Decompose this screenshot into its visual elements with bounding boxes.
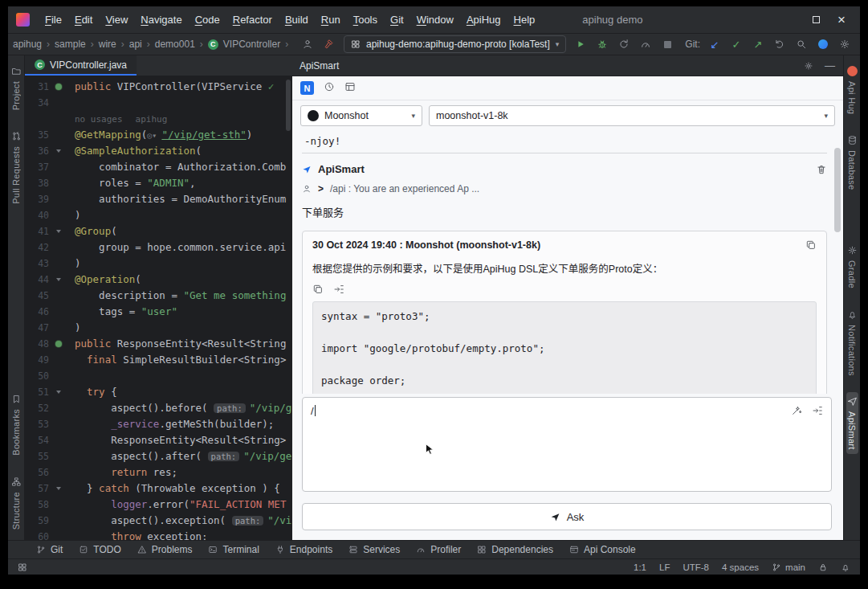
ask-button[interactable]: Ask [302,503,832,530]
git-update-icon[interactable]: ↙ [707,37,722,51]
git-branch-widget[interactable]: main [772,562,805,572]
run-icon[interactable] [573,37,588,51]
tool-window-button-apismart[interactable]: ApiSmart [846,392,858,454]
menu-code[interactable]: Code [189,11,226,28]
tool-window-api-console[interactable]: Api Console [562,542,643,557]
endpoint-gutter-icon[interactable] [55,341,62,347]
git-commit-icon[interactable]: ✓ [729,37,744,51]
fold-icon[interactable] [56,278,61,281]
tool-window-button-gradle[interactable]: Gradle [846,241,858,292]
breadcrumb-item-vipcontroller[interactable]: VIPController [223,39,280,50]
code-block[interactable]: syntax = "proto3"; import "google/protob… [312,301,817,394]
tool-window-dependencies[interactable]: Dependencies [470,542,560,557]
fold-icon[interactable] [56,391,61,394]
tool-window-services[interactable]: Services [341,542,407,557]
insert-code-icon[interactable] [333,284,344,295]
code-editor[interactable]: 31public VIPController(VIPService ✓34no … [25,76,291,540]
debug-icon[interactable] [595,37,609,51]
run-config-select[interactable]: apihug-demo:apihug-demo-proto [kolaTest]… [344,35,566,53]
breadcrumb-item-demo001[interactable]: demo001 [155,39,195,50]
breadcrumb-item-sample[interactable]: sample [55,39,86,50]
menu-navigate[interactable]: Navigate [135,11,187,28]
menu-help[interactable]: Help [508,11,541,28]
tool-window-button-pull-requests[interactable]: Pull Requests [10,127,22,208]
maximize-button[interactable] [813,16,820,23]
endpoint-gutter-icon[interactable] [55,84,62,90]
breadcrumb-item-api[interactable]: api [129,39,142,50]
chat-history[interactable]: -njoy! ApiSmart > /api : You are an expe… [292,132,843,394]
chevron-right-icon: › [47,39,50,50]
tool-window-problems[interactable]: Problems [130,542,200,557]
editor-tab[interactable]: VIPController.java [25,55,137,76]
code-text: throw exception; [67,529,291,540]
delete-conversation-icon[interactable] [816,164,827,175]
settings-icon[interactable] [837,37,852,51]
hide-panel-button[interactable]: — [825,63,835,69]
menu-view[interactable]: View [100,11,133,28]
revert-icon[interactable] [772,37,787,51]
copy-code-icon[interactable] [312,284,324,295]
menu-edit[interactable]: Edit [69,11,98,28]
code-line: 37 combinator = Authorization.Comb [25,159,291,175]
panel-settings-icon[interactable] [804,61,813,71]
menu-run[interactable]: Run [316,11,346,28]
file-encoding[interactable]: UTF-8 [683,562,709,572]
menu-build[interactable]: Build [279,11,314,28]
chat-scrollbar[interactable] [834,133,841,394]
tool-window-button-api-hug[interactable]: Api Hug [846,62,858,118]
menu-git[interactable]: Git [385,11,410,28]
prompt-input[interactable]: / [302,397,832,492]
tool-window-git[interactable]: Git [29,542,70,557]
tool-window-button-structure[interactable]: Structure [10,472,22,534]
menu-tools[interactable]: Tools [348,11,383,28]
tool-window-button-database[interactable]: Database [846,131,858,194]
layout-icon[interactable] [344,81,356,95]
menu-apihug[interactable]: ApiHug [461,11,507,28]
avatar-icon[interactable] [300,37,315,51]
ide-logo-icon[interactable] [16,13,30,27]
rerun-icon[interactable] [617,37,631,51]
git-push-icon[interactable]: ↗ [751,37,765,51]
new-chat-icon[interactable] [300,81,314,95]
code-line: 45 description = "Get me something [25,288,291,304]
tool-window-todo[interactable]: TODO [71,542,128,557]
tool-window-profiler[interactable]: Profiler [409,542,468,557]
history-icon[interactable] [324,81,335,95]
tool-window-button-project[interactable]: Project [10,62,22,114]
fold-icon[interactable] [56,487,61,490]
model-select[interactable]: moonshot-v1-8k ▾ [429,105,835,126]
tool-window-button-bookmarks[interactable]: Bookmarks [10,390,22,460]
menu-file[interactable]: File [39,11,67,28]
prompt-context[interactable]: /api : You are an experienced Ap ... [330,183,479,194]
insert-to-editor-icon[interactable] [812,405,823,416]
notifications-icon[interactable] [841,562,850,572]
gutter [51,79,67,95]
search-icon[interactable] [794,37,809,51]
tool-window-terminal[interactable]: Terminal [201,542,266,557]
editor-scrollbar[interactable] [286,76,291,540]
tool-window-endpoints[interactable]: Endpoints [268,542,340,557]
code-with-me-icon[interactable] [816,37,830,51]
breadcrumb-item-wire[interactable]: wire [99,39,116,50]
menu-window[interactable]: Window [411,11,459,28]
indent-style[interactable]: 4 spaces [722,562,759,572]
build-hammer-icon[interactable] [322,37,336,51]
breadcrumb-item-apihug[interactable]: apihug [13,39,42,50]
lock-icon[interactable] [818,562,828,572]
chevron-right-icon[interactable]: > [318,183,324,194]
fold-icon[interactable] [56,149,61,153]
stop-icon[interactable] [660,37,674,51]
provider-select[interactable]: Moonshot ▾ [300,105,422,126]
tool-window-button-notifications[interactable]: Notifications [846,305,858,380]
navigation-bar: apihug›sample›wire›api›demo001›VIPContro… [8,34,860,55]
tool-window-layout-icon[interactable] [18,562,27,572]
prompt-wand-icon[interactable] [791,405,802,416]
caret-position[interactable]: 1:1 [634,562,646,572]
menu-refactor[interactable]: Refactor [227,11,278,28]
fold-icon[interactable] [56,230,61,233]
profiler-icon[interactable] [638,37,653,51]
gutter [51,288,67,304]
copy-response-icon[interactable] [805,239,817,251]
close-button[interactable]: × [837,16,846,24]
line-separator[interactable]: LF [659,562,670,572]
